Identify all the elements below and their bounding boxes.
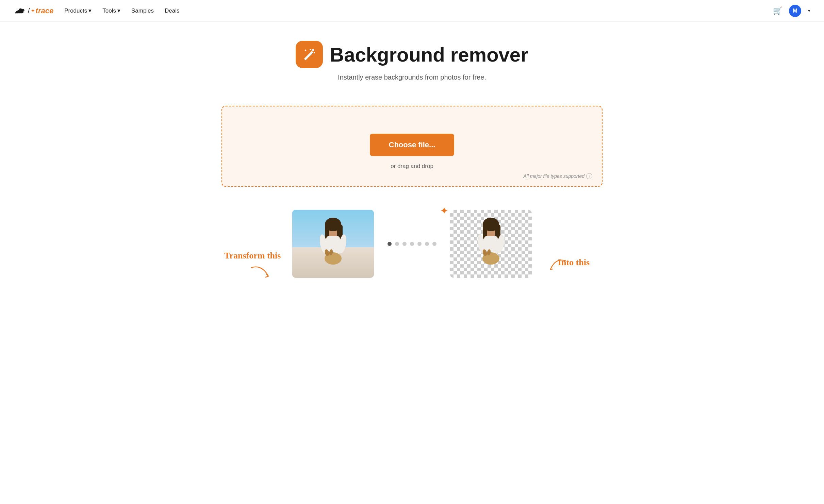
nav-samples[interactable]: Samples	[131, 7, 154, 14]
choose-file-button[interactable]: Choose file...	[370, 134, 455, 156]
main-content: Background remover Instantly erase backg…	[208, 22, 616, 291]
dot-7[interactable]	[432, 242, 436, 246]
nav-tools[interactable]: Tools ▾	[102, 7, 120, 14]
hero-icon	[296, 41, 323, 68]
transform-arrow-icon	[248, 264, 275, 281]
dot-6[interactable]	[425, 242, 429, 246]
logo-link[interactable]: / ✦ trace	[14, 6, 53, 16]
dot-3[interactable]	[402, 242, 407, 246]
user-dropdown-arrow[interactable]: ▾	[808, 8, 810, 13]
drag-drop-text: or drag and drop	[391, 163, 433, 170]
svg-point-2	[314, 52, 315, 53]
dot-2[interactable]	[395, 242, 399, 246]
file-types-note: All major file types supported i	[523, 173, 592, 179]
demo-after-image	[450, 210, 532, 278]
tools-dropdown-icon: ▾	[117, 7, 120, 14]
hero-title: Background remover	[330, 43, 528, 66]
navbar: / ✦ trace Products ▾ Tools ▾ Samples Dea…	[0, 0, 824, 22]
carousel-dots	[388, 242, 436, 246]
magic-wand-icon	[301, 47, 317, 62]
demo-before-image	[292, 210, 374, 278]
nav-deals[interactable]: Deals	[165, 7, 179, 14]
upload-area[interactable]: Choose file... or drag and drop All majo…	[221, 106, 603, 187]
logo-icon	[14, 6, 26, 16]
hero-subtitle: Instantly erase backgrounds from photos …	[221, 73, 603, 81]
cart-icon[interactable]: 🛒	[773, 6, 782, 15]
products-dropdown-icon: ▾	[88, 7, 92, 14]
info-icon[interactable]: i	[586, 173, 592, 179]
dot-5[interactable]	[417, 242, 422, 246]
hero-section: Background remover Instantly erase backg…	[221, 22, 603, 95]
nav-right: 🛒 M ▾	[773, 5, 810, 17]
nav-products[interactable]: Products ▾	[64, 7, 92, 14]
transform-label: Transform this	[224, 251, 281, 261]
dot-4[interactable]	[410, 242, 414, 246]
person-silhouette-before	[309, 212, 357, 278]
logo-text: trace	[36, 6, 54, 15]
demo-section: Transform this	[221, 203, 603, 291]
hero-title-row: Background remover	[221, 41, 603, 68]
into-arrow-icon	[545, 257, 569, 274]
person-silhouette-after	[467, 212, 515, 278]
sparkle-icon: ✦	[440, 205, 448, 217]
user-avatar[interactable]: M	[789, 5, 801, 17]
svg-point-3	[310, 49, 311, 50]
nav-links: Products ▾ Tools ▾ Samples Deals	[64, 7, 773, 14]
dot-1[interactable]	[388, 242, 392, 246]
